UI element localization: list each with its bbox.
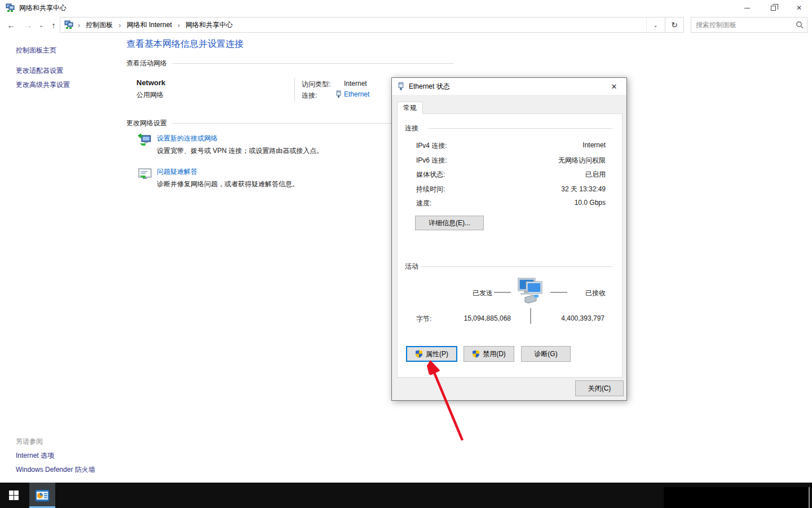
sent-label: 已发送 <box>473 288 493 298</box>
sidebar-item-change-advanced-sharing[interactable]: 更改高级共享设置 <box>16 80 70 90</box>
forward-icon: → <box>24 20 33 30</box>
up-button[interactable]: ↑ <box>46 16 61 34</box>
diagnose-button-label: 诊断(G) <box>534 349 557 359</box>
activity-row: 已发送 已接收 <box>392 284 617 310</box>
troubleshoot-icon <box>138 167 152 182</box>
annotation-arrow <box>414 356 476 446</box>
activity-group-label: 活动 <box>405 262 418 271</box>
windows-logo-icon <box>9 491 19 500</box>
ethernet-connection-link[interactable]: Ethernet <box>336 90 369 98</box>
control-panel-icon <box>35 489 50 502</box>
row-value: Internet <box>582 141 606 151</box>
details-button[interactable]: 详细信息(E)... <box>415 216 484 230</box>
breadcrumb-separator-icon: › <box>78 21 80 29</box>
ethernet-icon <box>336 90 342 98</box>
page-title: 查看基本网络信息并设置连接 <box>126 38 244 50</box>
dialog-row-ipv4: IPv4 连接: Internet <box>416 141 606 151</box>
task-title-link[interactable]: 设置新的连接或网络 <box>157 134 218 143</box>
close-button[interactable]: ✕ <box>786 0 812 16</box>
tab-general[interactable]: 常规 <box>397 102 423 114</box>
task-troubleshoot: 问题疑难解答 诊断并修复网络问题，或者获得疑难解答信息。 <box>138 167 152 183</box>
bytes-sent-value: 15,094,885,068 <box>454 314 511 322</box>
dialog-close-action-label: 关闭(C) <box>588 384 611 393</box>
bytes-separator <box>530 308 531 324</box>
dialog-titlebar: Ethernet 状态 ✕ <box>392 78 626 95</box>
network-center-icon <box>64 20 73 29</box>
address-history-button[interactable]: ⌄ <box>646 17 664 32</box>
up-icon: ↑ <box>51 20 56 30</box>
received-label: 已接收 <box>585 288 606 298</box>
activity-dash <box>550 292 567 293</box>
section-change-network-settings-label: 更改网络设置 <box>126 119 167 128</box>
forward-button[interactable]: → <box>20 16 36 34</box>
row-label: 速度: <box>416 199 431 208</box>
dialog-close-button[interactable]: ✕ <box>602 78 626 95</box>
taskbar-black-region <box>664 487 808 508</box>
row-label: IPv6 连接: <box>416 156 447 165</box>
task-title-link[interactable]: 问题疑难解答 <box>157 167 197 177</box>
minimize-button[interactable] <box>734 0 760 16</box>
section-active-networks: 查看活动网络 <box>126 59 454 68</box>
connection-label: 连接: <box>302 91 317 100</box>
dialog-row-ipv6: IPv6 连接: 无网络访问权限 <box>416 156 606 165</box>
connection-group-label: 连接 <box>405 124 418 133</box>
dialog-row-duration: 持续时间: 32 天 13:32:49 <box>416 185 606 194</box>
breadcrumb-item-network-sharing-center[interactable]: 网络和共享中心 <box>186 20 233 30</box>
dialog-close-action-button[interactable]: 关闭(C) <box>575 380 624 396</box>
taskbar <box>0 483 812 508</box>
row-label: IPv4 连接: <box>416 141 447 151</box>
activity-dash <box>494 292 511 293</box>
row-value: 32 天 13:32:49 <box>561 185 606 194</box>
row-label: 持续时间: <box>416 185 445 194</box>
section-active-networks-label: 查看活动网络 <box>126 59 167 68</box>
diagnose-button[interactable]: 诊断(G) <box>521 346 571 362</box>
section-rule <box>173 63 454 64</box>
window-titlebar: 网络和共享中心 ✕ <box>0 0 812 16</box>
network-center-icon <box>6 3 15 12</box>
refresh-icon: ↻ <box>671 20 678 29</box>
new-connection-icon <box>138 134 152 148</box>
row-value: 已启用 <box>585 170 606 179</box>
chevron-down-icon: ⌄ <box>39 22 43 28</box>
network-category: 公用网络 <box>136 90 164 100</box>
address-bar[interactable]: › 控制面板 › 网络和 Internet › 网络和共享中心 ⌄ ↻ <box>60 17 684 33</box>
navigation-toolbar: ← → ⌄ ↑ › 控制面板 › 网络和 Internet › 网络和共享中心 … <box>0 16 812 34</box>
see-also-internet-options[interactable]: Internet 选项 <box>16 451 54 461</box>
back-icon: ← <box>7 20 16 30</box>
desktop: 网络和共享中心 ✕ ← → ⌄ ↑ › 控制面板 › 网络和 <box>0 0 812 508</box>
dialog-row-media-state: 媒体状态: 已启用 <box>416 170 606 179</box>
sidebar-item-control-panel-home[interactable]: 控制面板主页 <box>16 46 56 55</box>
maximize-button[interactable] <box>760 0 786 16</box>
start-button[interactable] <box>0 483 27 508</box>
minimize-icon <box>744 8 750 8</box>
breadcrumb-item-control-panel[interactable]: 控制面板 <box>86 20 113 30</box>
search-box <box>691 17 807 33</box>
ethernet-status-dialog: Ethernet 状态 ✕ 常规 连接 IPv4 连接: Internet IP… <box>391 77 627 401</box>
dialog-tab-page <box>397 113 623 378</box>
dialog-row-speed: 速度: 10.0 Gbps <box>416 199 606 208</box>
close-icon: ✕ <box>796 4 802 12</box>
search-icon[interactable] <box>792 21 807 29</box>
breadcrumb: › 控制面板 › 网络和 Internet › 网络和共享中心 <box>73 20 233 30</box>
see-also-windows-defender-firewall[interactable]: Windows Defender 防火墙 <box>16 465 95 475</box>
breadcrumb-item-network-internet[interactable]: 网络和 Internet <box>127 20 172 30</box>
disable-button-label: 禁用(D) <box>483 349 506 359</box>
task-description: 设置宽带、拨号或 VPN 连接；或设置路由器或接入点。 <box>157 146 323 156</box>
taskbar-control-panel-button[interactable] <box>29 483 55 508</box>
ethernet-link-label[interactable]: Ethernet <box>344 90 369 98</box>
window-title: 网络和共享中心 <box>19 3 67 13</box>
close-icon: ✕ <box>611 82 617 91</box>
ethernet-icon <box>398 82 404 91</box>
network-divider <box>294 78 295 102</box>
task-description: 诊断并修复网络问题，或者获得疑难解答信息。 <box>157 179 299 189</box>
taskbar-edge-line <box>809 487 810 508</box>
back-button[interactable]: ← <box>3 16 19 34</box>
bytes-label: 字节: <box>416 314 431 324</box>
row-value: 10.0 Gbps <box>575 199 606 208</box>
search-input[interactable] <box>691 18 792 32</box>
refresh-button[interactable]: ↻ <box>665 17 683 32</box>
sidebar-item-change-adapter-settings[interactable]: 更改适配器设置 <box>16 66 63 76</box>
dialog-title: Ethernet 状态 <box>409 82 450 91</box>
chevron-down-icon: ⌄ <box>653 22 657 28</box>
recent-pages-button[interactable]: ⌄ <box>35 16 47 34</box>
